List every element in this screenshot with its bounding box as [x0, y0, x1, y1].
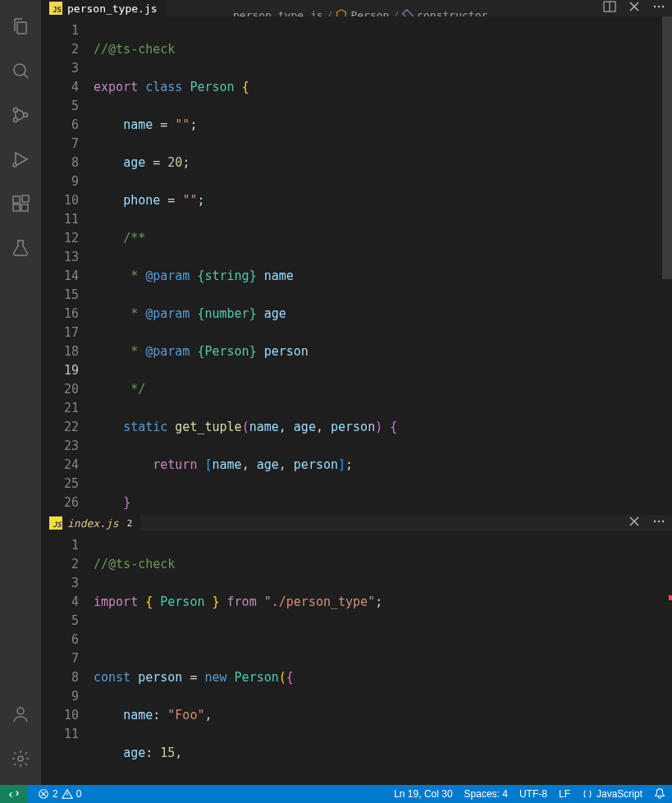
close-icon[interactable]: [628, 515, 641, 531]
status-bar: 2 0 Ln 19, Col 30 Spaces: 4 UTF-8 LF Jav…: [0, 785, 672, 803]
indentation[interactable]: Spaces: 4: [464, 788, 508, 800]
tab-label: person_type.js: [67, 2, 158, 15]
editor-top[interactable]: 12345 678910 1112131415 1617181920 21222…: [41, 16, 672, 515]
search-icon[interactable]: [1, 51, 40, 90]
language-mode[interactable]: JavaScript: [582, 788, 642, 800]
problems-indicator[interactable]: 2 0: [38, 788, 81, 800]
svg-point-10: [18, 756, 23, 761]
svg-point-2: [14, 118, 18, 122]
minimap[interactable]: [608, 531, 672, 803]
code-content[interactable]: //@ts-check export class Person { name =…: [94, 16, 672, 515]
svg-rect-8: [22, 195, 29, 202]
run-debug-icon[interactable]: [1, 140, 40, 179]
encoding[interactable]: UTF-8: [519, 788, 547, 800]
js-file-icon: JS: [49, 516, 62, 530]
svg-point-9: [17, 708, 24, 714]
tab-index[interactable]: JS index.js 2: [41, 515, 141, 531]
problems-badge: 2: [127, 518, 133, 529]
activity-bar: [0, 0, 41, 803]
notifications-icon[interactable]: [654, 787, 665, 801]
tab-label: index.js: [67, 517, 119, 530]
line-gutter: 12345 67891011: [41, 531, 94, 803]
svg-point-1: [14, 108, 18, 112]
svg-point-13: [658, 6, 660, 7]
remote-indicator[interactable]: [0, 785, 28, 803]
svg-point-18: [662, 521, 664, 522]
svg-point-0: [14, 64, 25, 76]
svg-rect-7: [21, 204, 28, 211]
svg-rect-5: [13, 196, 20, 203]
svg-point-17: [658, 521, 660, 522]
testing-icon[interactable]: [1, 228, 40, 268]
code-content[interactable]: //@ts-check import { Person } from "./pe…: [94, 531, 672, 803]
split-editor-icon[interactable]: [603, 0, 616, 16]
editor-area: JS person_type.js person_type.js / Perso…: [41, 0, 672, 803]
svg-point-3: [24, 113, 28, 117]
more-icon[interactable]: [652, 0, 665, 16]
tabbar-bottom: JS index.js 2: [41, 515, 672, 531]
editor-bottom[interactable]: 12345 67891011 //@ts-check import { Pers…: [41, 531, 672, 803]
cursor-position[interactable]: Ln 19, Col 30: [394, 788, 452, 800]
settings-gear-icon[interactable]: [1, 739, 40, 778]
tab-person-type[interactable]: JS person_type.js: [41, 0, 167, 16]
more-icon[interactable]: [652, 515, 665, 531]
svg-point-4: [13, 163, 16, 167]
svg-point-12: [654, 6, 656, 7]
account-icon[interactable]: [1, 695, 40, 734]
extensions-icon[interactable]: [1, 184, 40, 223]
svg-point-16: [654, 521, 656, 522]
svg-rect-6: [13, 204, 20, 211]
js-file-icon: JS: [49, 2, 62, 15]
eol[interactable]: LF: [559, 788, 570, 800]
close-icon[interactable]: [628, 0, 641, 16]
minimap[interactable]: [608, 16, 672, 515]
explorer-icon[interactable]: [1, 7, 40, 46]
svg-point-14: [662, 6, 664, 7]
line-gutter: 12345 678910 1112131415 1617181920 21222…: [41, 16, 94, 515]
source-control-icon[interactable]: [1, 95, 40, 135]
